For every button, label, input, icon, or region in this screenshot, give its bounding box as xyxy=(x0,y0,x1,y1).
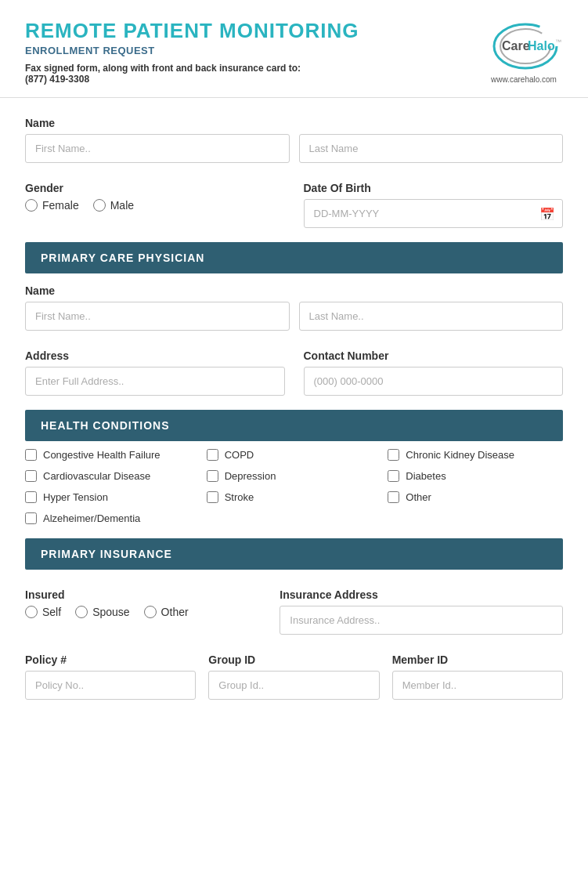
condition-ckd[interactable]: Chronic Kidney Disease xyxy=(388,449,563,461)
physician-last-name-field[interactable] xyxy=(299,302,564,331)
physician-first-name-field[interactable] xyxy=(25,302,290,331)
other-label: Other xyxy=(161,606,189,618)
carehalo-logo: Care Halo ™ xyxy=(485,19,563,74)
male-radio[interactable] xyxy=(93,199,106,212)
primary-care-section-header: PRIMARY CARE PHYSICIAN xyxy=(25,242,563,273)
physician-address-contact-row: Address Contact Number xyxy=(25,339,563,396)
form-body: Name Gender Female Male xyxy=(0,98,588,715)
condition-cardiovascular-label: Cardiovascular Disease xyxy=(43,470,150,482)
checkbox-diabetes[interactable] xyxy=(388,470,399,482)
condition-depression[interactable]: Depression xyxy=(207,470,382,482)
insured-section: Insured Self Spouse Other xyxy=(25,577,261,635)
main-title: REMOTE PATIENT MONITORING xyxy=(25,19,359,43)
health-conditions-grid: Congestive Health Failure COPD Chronic K… xyxy=(25,449,563,524)
self-radio-label[interactable]: Self xyxy=(25,606,61,618)
female-radio-label[interactable]: Female xyxy=(25,199,79,212)
patient-last-name-field[interactable] xyxy=(299,134,564,163)
address-col: Address xyxy=(25,339,285,396)
checkbox-stroke[interactable] xyxy=(207,491,218,503)
checkbox-ckd[interactable] xyxy=(388,449,399,461)
svg-text:™: ™ xyxy=(555,38,561,45)
condition-other-label: Other xyxy=(406,491,431,503)
physician-name-section: Name xyxy=(25,284,563,331)
condition-copd[interactable]: COPD xyxy=(207,449,382,461)
condition-cardiovascular[interactable]: Cardiovascular Disease xyxy=(25,470,200,482)
physician-name-row xyxy=(25,302,563,331)
condition-alzheimer[interactable]: Alzeheimer/Dementia xyxy=(25,512,200,524)
checkbox-copd[interactable] xyxy=(207,449,218,461)
member-input[interactable] xyxy=(392,671,563,700)
primary-insurance-section-header: PRIMARY INSURANCE xyxy=(25,538,563,570)
svg-text:Halo: Halo xyxy=(528,39,555,52)
policy-input[interactable] xyxy=(25,671,196,700)
dob-label: Date Of Birth xyxy=(304,182,564,194)
insurance-address-label: Insurance Address xyxy=(280,588,563,601)
website-text: www.carehalo.com xyxy=(491,75,557,84)
gender-options: Female Male xyxy=(25,199,285,212)
address-input[interactable] xyxy=(25,367,285,396)
patient-name-label: Name xyxy=(25,117,563,129)
condition-hypertension[interactable]: Hyper Tension xyxy=(25,491,200,503)
member-label: Member ID xyxy=(392,653,563,666)
checkbox-depression[interactable] xyxy=(207,470,218,482)
female-label: Female xyxy=(42,199,79,212)
other-radio-label[interactable]: Other xyxy=(144,606,189,618)
header-left: REMOTE PATIENT MONITORING ENROLLMENT REQ… xyxy=(25,19,359,85)
dob-input[interactable] xyxy=(304,199,564,228)
page-header: REMOTE PATIENT MONITORING ENROLLMENT REQ… xyxy=(0,0,588,98)
logo-area: Care Halo ™ www.carehalo.com xyxy=(485,19,563,84)
spouse-label: Spouse xyxy=(92,606,129,618)
patient-name-section: Name xyxy=(25,117,563,163)
address-label: Address xyxy=(25,349,285,362)
self-label: Self xyxy=(42,606,61,618)
checkbox-other[interactable] xyxy=(388,491,399,503)
condition-other[interactable]: Other xyxy=(388,491,563,503)
patient-last-name-input[interactable] xyxy=(299,134,564,163)
dob-col: Date Of Birth 📅 xyxy=(304,171,564,228)
condition-stroke[interactable]: Stroke xyxy=(207,491,382,503)
female-radio[interactable] xyxy=(25,199,38,212)
insurance-insured-row: Insured Self Spouse Other Insurance Addr… xyxy=(25,577,563,635)
condition-ckd-label: Chronic Kidney Disease xyxy=(406,449,514,461)
physician-name-label: Name xyxy=(25,284,563,297)
contact-col: Contact Number xyxy=(304,339,564,396)
dob-input-wrapper[interactable]: 📅 xyxy=(304,199,564,228)
spouse-radio[interactable] xyxy=(75,606,88,618)
checkbox-alzheimer[interactable] xyxy=(25,512,37,524)
condition-congestive-label: Congestive Health Failure xyxy=(43,449,161,461)
group-input[interactable] xyxy=(208,671,379,700)
condition-alzheimer-label: Alzeheimer/Dementia xyxy=(43,512,140,524)
checkbox-congestive[interactable] xyxy=(25,449,37,461)
group-col: Group ID xyxy=(208,643,379,700)
gender-dob-row: Gender Female Male Date Of Birth 📅 xyxy=(25,171,563,228)
other-radio[interactable] xyxy=(144,606,157,618)
svg-text:Care: Care xyxy=(502,39,530,52)
insured-options: Self Spouse Other xyxy=(25,606,261,618)
contact-input[interactable] xyxy=(304,367,564,396)
patient-first-name-field[interactable] xyxy=(25,134,290,163)
physician-last-name-input[interactable] xyxy=(299,302,564,331)
checkbox-cardiovascular[interactable] xyxy=(25,470,37,482)
health-conditions-section-header: HEALTH CONDITIONS xyxy=(25,410,563,441)
condition-diabetes[interactable]: Diabetes xyxy=(388,470,563,482)
insurance-address-input[interactable] xyxy=(280,606,563,635)
condition-depression-label: Depression xyxy=(225,470,276,482)
patient-name-row xyxy=(25,134,563,163)
policy-label: Policy # xyxy=(25,653,196,666)
group-label: Group ID xyxy=(208,653,379,666)
insurance-address-section: Insurance Address xyxy=(280,577,563,635)
policy-group-member-row: Policy # Group ID Member ID xyxy=(25,643,563,700)
condition-diabetes-label: Diabetes xyxy=(406,470,446,482)
gender-col: Gender Female Male xyxy=(25,171,285,228)
fax-info: Fax signed form, along with front and ba… xyxy=(25,63,359,85)
self-radio[interactable] xyxy=(25,606,38,618)
condition-congestive[interactable]: Congestive Health Failure xyxy=(25,449,200,461)
male-radio-label[interactable]: Male xyxy=(93,199,134,212)
checkbox-hypertension[interactable] xyxy=(25,491,37,503)
condition-stroke-label: Stroke xyxy=(225,491,254,503)
condition-copd-label: COPD xyxy=(225,449,254,461)
spouse-radio-label[interactable]: Spouse xyxy=(75,606,129,618)
policy-col: Policy # xyxy=(25,643,196,700)
physician-first-name-input[interactable] xyxy=(25,302,290,331)
patient-first-name-input[interactable] xyxy=(25,134,290,163)
